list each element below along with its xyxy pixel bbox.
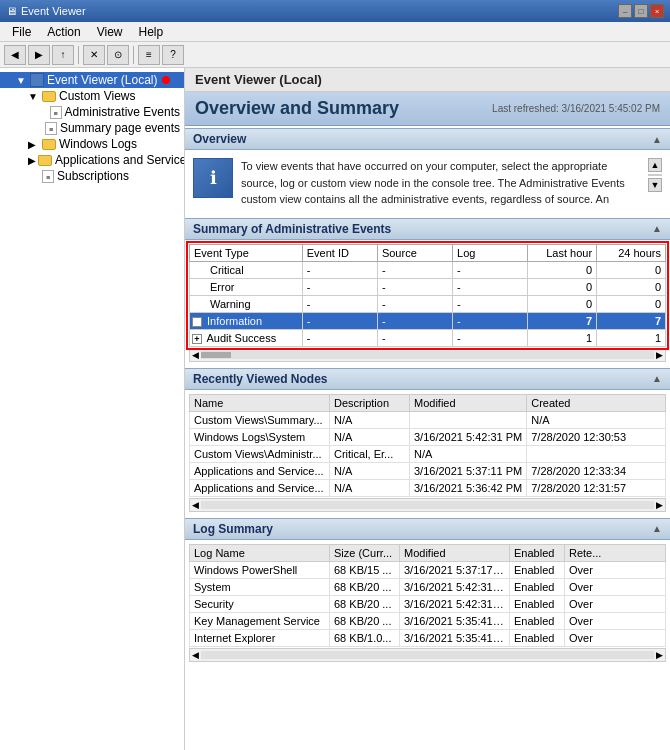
ls-col-size: Size (Curr... [330,544,400,561]
page-icon-admin: ≡ [50,106,62,119]
list-item[interactable]: Windows Logs\System N/A 3/16/2021 5:42:3… [190,428,666,445]
rv-hscroll-left[interactable]: ◀ [190,500,201,510]
page-icon-summary: ≡ [45,122,57,135]
cell-lasthour: 1 [528,329,597,346]
rv-desc: N/A [330,479,410,496]
maximize-button[interactable]: □ [634,4,648,18]
tree-item-admin-events[interactable]: ≡ Administrative Events [0,104,184,120]
cell-type: Critical [190,261,303,278]
rv-col-desc: Description [330,394,410,411]
list-item[interactable]: Security 68 KB/20 ... 3/16/2021 5:42:31 … [190,595,666,612]
list-item[interactable]: Internet Explorer 68 KB/1.0... 3/16/2021… [190,629,666,646]
minimize-button[interactable]: – [618,4,632,18]
ls-hscroll[interactable]: ◀ ▶ [189,648,666,662]
tree-item-windows-logs[interactable]: ▶ Windows Logs [0,136,184,152]
tree-item-event-viewer-local[interactable]: ▼ Event Viewer (Local) [0,72,184,88]
expand-audit-icon[interactable]: + [192,334,202,344]
tree-item-app-services[interactable]: ▶ Applications and Services Logs [0,152,184,168]
scroll-up-btn[interactable]: ▲ [648,158,662,172]
menu-view[interactable]: View [89,23,131,41]
list-item[interactable]: Custom Views\Summary... N/A N/A [190,411,666,428]
tree-label-windows-logs: Windows Logs [59,137,137,151]
log-summary-collapse-btn[interactable]: ▲ [652,523,662,534]
tree-label-custom-views: Custom Views [59,89,135,103]
rv-name: Applications and Service... [190,479,330,496]
rv-col-name: Name [190,394,330,411]
expand-information-icon[interactable]: + [192,317,202,327]
ls-col-rete: Rete... [565,544,666,561]
ls-size: 68 KB/20 ... [330,578,400,595]
up-button[interactable]: ↑ [52,45,74,65]
ls-modified: 3/16/2021 5:35:41 PM [400,629,510,646]
tree-label-summary-page: Summary page events [60,121,180,135]
rv-created: 7/28/2020 12:30:53 [527,428,666,445]
recently-viewed-collapse-btn[interactable]: ▲ [652,373,662,384]
table-row[interactable]: + Audit Success - - - 1 1 [190,329,666,346]
ls-name: Windows PowerShell [190,561,330,578]
table-row[interactable]: Critical - - - 0 0 [190,261,666,278]
menu-help[interactable]: Help [131,23,172,41]
recently-viewed-table: Name Description Modified Created Custom… [189,394,666,497]
log-summary-header: Log Summary ▲ [185,518,670,540]
help-button[interactable]: ? [162,45,184,65]
rv-name: Windows Logs\System [190,428,330,445]
list-item[interactable]: Windows PowerShell 68 KB/15 ... 3/16/202… [190,561,666,578]
ls-size: 68 KB/15 ... [330,561,400,578]
summary-section-header: Summary of Administrative Events ▲ [185,218,670,240]
list-item[interactable]: System 68 KB/20 ... 3/16/2021 5:42:31 PM… [190,578,666,595]
ls-enabled: Enabled [510,578,565,595]
tree-item-custom-views[interactable]: ▼ Custom Views [0,88,184,104]
ls-col-name: Log Name [190,544,330,561]
cancel-button[interactable]: ✕ [83,45,105,65]
tree-item-subscriptions[interactable]: ≡ Subscriptions [0,168,184,184]
cell-eventid: - [302,295,377,312]
hscroll-right-btn[interactable]: ▶ [654,350,665,360]
table-row[interactable]: Warning - - - 0 0 [190,295,666,312]
table-row[interactable]: Error - - - 0 0 [190,278,666,295]
rv-hscroll-right[interactable]: ▶ [654,500,665,510]
ls-hscroll-left[interactable]: ◀ [190,650,201,660]
cell-log: - [453,295,528,312]
toolbar: ◀ ▶ ↑ ✕ ⊙ ≡ ? [0,42,670,68]
summary-collapse-btn[interactable]: ▲ [652,223,662,234]
summary-hscroll[interactable]: ◀ ▶ [189,348,666,362]
menu-action[interactable]: Action [39,23,88,41]
col-source: Source [377,244,452,261]
rv-hscroll-track [201,501,654,509]
col-log: Log [453,244,528,261]
refresh-button[interactable]: ⊙ [107,45,129,65]
app-icon: 🖥 [6,5,17,17]
rv-modified: 3/16/2021 5:36:42 PM [410,479,527,496]
ls-rete: Over [565,595,666,612]
rv-name: Applications and Service... [190,462,330,479]
list-item[interactable]: Key Management Service 68 KB/20 ... 3/16… [190,612,666,629]
rv-created: 7/28/2020 12:33:34 [527,462,666,479]
rv-hscroll[interactable]: ◀ ▶ [189,498,666,512]
close-button[interactable]: × [650,4,664,18]
list-item[interactable]: Applications and Service... N/A 3/16/202… [190,479,666,496]
ls-hscroll-right[interactable]: ▶ [654,650,665,660]
cell-eventid: - [302,312,377,329]
log-summary-label: Log Summary [193,522,273,536]
hscroll-left-btn[interactable]: ◀ [190,350,201,360]
table-row-selected[interactable]: + Information - - - 7 7 [190,312,666,329]
back-button[interactable]: ◀ [4,45,26,65]
cell-lasthour: 0 [528,278,597,295]
rv-desc: N/A [330,462,410,479]
rv-modified: N/A [410,445,527,462]
rv-created [527,445,666,462]
cell-log: - [453,261,528,278]
properties-button[interactable]: ≡ [138,45,160,65]
cell-type: Warning [190,295,303,312]
forward-button[interactable]: ▶ [28,45,50,65]
tree-item-summary-page[interactable]: ≡ Summary page events [0,120,184,136]
cell-24h: 7 [597,312,666,329]
menu-file[interactable]: File [4,23,39,41]
overview-section-label: Overview [193,132,246,146]
list-item[interactable]: Custom Views\Administr... Critical, Er..… [190,445,666,462]
rv-col-created: Created [527,394,666,411]
overview-collapse-btn[interactable]: ▲ [652,134,662,145]
ls-enabled: Enabled [510,612,565,629]
list-item[interactable]: Applications and Service... N/A 3/16/202… [190,462,666,479]
scroll-down-btn[interactable]: ▼ [648,178,662,192]
